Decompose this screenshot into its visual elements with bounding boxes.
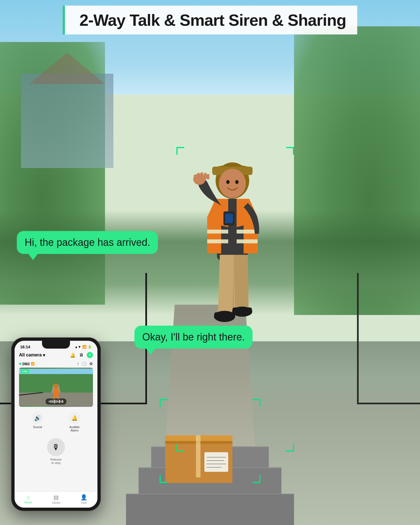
phone-status-icons: ▲▼ 📶 🔋 (74, 345, 92, 349)
battery-icon: 🔋 (88, 345, 92, 349)
wave-bar-1 (49, 401, 50, 402)
wave-bar-9 (62, 400, 63, 403)
user-nav-icon: 👤 (80, 494, 87, 501)
nav-library[interactable]: ▤ Library (52, 494, 61, 504)
wave-bar-5 (56, 400, 57, 403)
camera-video-thumbnail[interactable]: Live (19, 368, 93, 407)
mic-wave-indicator (46, 398, 67, 405)
user-nav-label: User (81, 501, 87, 504)
alarm-control[interactable]: 🔔 Audible Alarm (68, 412, 81, 432)
phone-camera-item: DB2 📶 ↑ 🕒 ⚙ (15, 360, 97, 409)
bell-icon[interactable]: 🔔 (70, 353, 76, 358)
signal-icon: ▲▼ (74, 345, 81, 349)
phone-notch (42, 341, 70, 349)
speech-text-2: Okay, I'll be right there. (142, 331, 245, 343)
corner-br (286, 444, 294, 452)
fence-rail-right (357, 273, 420, 404)
camera-active-dot (19, 363, 21, 365)
mic-circle-button[interactable]: 🎙 (47, 438, 65, 456)
corner-tr (286, 147, 294, 155)
mic-release-button-area[interactable]: 🎙 Release to stop (15, 435, 97, 467)
plus-icon[interactable]: + (87, 352, 93, 358)
sound-icon: 🔊 (31, 412, 44, 424)
wave-bar-4 (54, 400, 55, 403)
pkg-corner-br (253, 475, 260, 483)
phone-header-title: All camera ▾ (19, 353, 45, 358)
library-nav-label: Library (52, 501, 61, 504)
speech-text-1: Hi, the package has arrived. (25, 237, 150, 248)
sound-label: Sound (33, 425, 42, 429)
settings-icon[interactable]: ⚙ (89, 361, 93, 366)
phone-camera-label: DB2 📶 ↑ 🕒 ⚙ (19, 361, 93, 366)
wave-bar-6 (57, 401, 58, 402)
home-nav-icon: ⌂ (27, 494, 30, 500)
step-1 (126, 494, 294, 525)
svg-rect-38 (53, 389, 59, 398)
mic-icon: 🎙 (52, 443, 60, 452)
monitor-icon[interactable]: 🖥 (79, 353, 83, 358)
main-container: 2-Way Talk & Smart Siren & Sharing (0, 0, 420, 525)
phone-home-indicator (45, 508, 67, 509)
camera-name: DB2 (22, 362, 30, 366)
title-section: 2-Way Talk & Smart Siren & Sharing (63, 6, 357, 34)
wave-bar-8 (61, 400, 62, 403)
phone-screen: 16:14 ▲▼ 📶 🔋 All camera ▾ 🔔 🖥 + (15, 341, 97, 508)
wave-bar-3 (52, 400, 53, 403)
share-icon[interactable]: ↑ (77, 361, 79, 366)
pkg-corner-tr (253, 399, 260, 407)
phone-bottom-nav: ⌂ Home ▤ Library 👤 User (15, 491, 97, 508)
pkg-corner-bl (160, 475, 167, 483)
wave-bar-2 (51, 400, 52, 403)
library-nav-icon: ▤ (53, 494, 59, 501)
svg-point-37 (54, 383, 58, 389)
background-house (21, 74, 113, 168)
package-detection-box (160, 399, 260, 483)
phone-mockup: 16:14 ▲▼ 📶 🔋 All camera ▾ 🔔 🖥 + (11, 337, 101, 511)
speech-bubble-2: Okay, I'll be right there. (134, 326, 253, 349)
dropdown-arrow: ▾ (43, 353, 45, 358)
nav-home[interactable]: ⌂ Home (25, 494, 32, 504)
live-badge: Live (21, 369, 29, 373)
page-title: 2-Way Talk & Smart Siren & Sharing (74, 11, 346, 29)
all-camera-label: All camera (19, 353, 42, 358)
home-nav-label: Home (25, 501, 32, 504)
release-to-stop-label: Release to stop (50, 458, 62, 465)
speech-bubble-1: Hi, the package has arrived. (17, 231, 158, 254)
sound-control[interactable]: 🔊 Sound (31, 412, 44, 432)
nav-user[interactable]: 👤 User (80, 494, 87, 504)
pkg-corner-tl (160, 399, 167, 407)
history-icon[interactable]: 🕒 (82, 361, 87, 366)
wifi-icon: 📶 (82, 345, 87, 349)
title-accent-bar (63, 6, 65, 34)
camera-name-area: DB2 📶 (19, 362, 35, 366)
alarm-icon: 🔔 (68, 412, 81, 424)
corner-tl (176, 147, 184, 155)
wave-bar-7 (59, 400, 60, 403)
phone-header-icons: 🔔 🖥 + (70, 352, 93, 358)
phone-time: 16:14 (20, 345, 30, 349)
phone-app-header: All camera ▾ 🔔 🖥 + (15, 350, 97, 360)
camera-actions: ↑ 🕒 ⚙ (77, 361, 93, 366)
camera-wifi-icon: 📶 (31, 362, 35, 366)
alarm-label: Audible Alarm (69, 425, 80, 432)
phone-controls-row: 🔊 Sound 🔔 Audible Alarm (15, 409, 97, 435)
